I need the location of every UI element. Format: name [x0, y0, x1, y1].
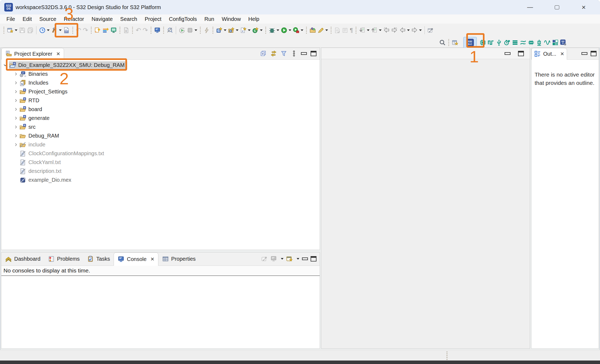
tree-item-description.txt[interactable]: description.txt [1, 167, 320, 176]
maximize-panel-icon[interactable] [311, 256, 316, 261]
clocks-tool-button[interactable] [503, 37, 511, 48]
highlighter-button[interactable] [317, 25, 329, 36]
new-chart-button[interactable] [102, 25, 110, 36]
tree-item-Project_Settings[interactable]: CProject_Settings [1, 87, 320, 96]
close-icon[interactable]: × [151, 256, 154, 262]
tab-outline[interactable]: Out... × [531, 48, 567, 60]
debug-button[interactable] [268, 25, 280, 36]
chevron-right-icon[interactable] [12, 71, 20, 77]
chevron-right-icon[interactable] [12, 124, 20, 130]
chevron-right-icon[interactable] [12, 133, 20, 139]
ivt-tool-button[interactable] [551, 37, 559, 48]
chevron-right-icon[interactable] [12, 115, 20, 122]
tab-problems[interactable]: Problems [44, 252, 83, 266]
close-icon[interactable]: × [560, 51, 564, 56]
filter-icon[interactable] [281, 50, 287, 57]
tree-item-board[interactable]: Cboard [1, 105, 320, 114]
open-console-icon[interactable] [286, 256, 293, 262]
tree-item-generate[interactable]: Cgenerate [1, 114, 320, 123]
open-element-button[interactable] [309, 25, 317, 36]
undo-nav-button[interactable]: ↶ [135, 25, 142, 36]
next-annotation-button[interactable] [358, 25, 370, 36]
maximize-panel-icon[interactable] [518, 51, 524, 56]
new-table-button[interactable] [94, 25, 102, 36]
redo-nav-button[interactable]: ↷ [142, 25, 149, 36]
new-class-button[interactable]: C [251, 25, 263, 36]
previous-annotation-button[interactable] [370, 25, 382, 36]
remote-systems-button[interactable] [110, 25, 118, 36]
last-edit-location-button[interactable] [382, 25, 390, 36]
close-icon[interactable]: × [56, 51, 60, 56]
usb-tool-button[interactable] [495, 37, 503, 48]
menu-search[interactable]: Search [117, 14, 141, 24]
chevron-right-icon[interactable] [12, 80, 20, 86]
next-edit-location-button[interactable] [390, 25, 398, 36]
minimize-panel-icon[interactable] [505, 52, 510, 55]
c-file-button[interactable]: c [122, 25, 130, 36]
statusbar-drag-handle[interactable] [446, 351, 448, 360]
view-menu-icon[interactable] [291, 50, 297, 57]
tree-item-ClockYaml.txt[interactable]: ClockYaml.txt [1, 158, 320, 167]
mark-occurrences-button[interactable] [166, 25, 174, 36]
link-with-editor-icon[interactable] [270, 50, 277, 57]
dropdown-caret[interactable] [281, 258, 284, 260]
menu-run[interactable]: Run [201, 14, 218, 24]
s32-config-tool-button[interactable]: S32D [559, 37, 567, 48]
tree-item-example_Dio.mex[interactable]: example_Dio.mex [1, 176, 320, 184]
show-in-doc-button[interactable] [341, 25, 349, 36]
chevron-right-icon[interactable] [12, 106, 20, 113]
forward-button[interactable] [411, 25, 423, 36]
tab-project-explorer[interactable]: Project Explorer × [1, 48, 64, 60]
dcd-tool-button[interactable] [519, 37, 527, 48]
tree-item-Binaries[interactable]: 011Binaries [1, 70, 320, 78]
run-button[interactable] [280, 25, 292, 36]
save-all-button[interactable] [26, 25, 34, 36]
tree-item-Debug_RAM[interactable]: Debug_RAM [1, 131, 320, 140]
ddr-tool-button[interactable]: DDR [527, 37, 535, 48]
tab-console[interactable]: Console× [114, 252, 158, 266]
minimize-button[interactable]: — [524, 2, 536, 13]
dropdown-caret[interactable] [297, 258, 299, 260]
tree-item-ClockConfigurationMappings.txt[interactable]: ClockConfigurationMappings.txt [1, 149, 320, 158]
chevron-right-icon[interactable] [12, 97, 20, 104]
tree-item-include[interactable]: include [1, 140, 320, 149]
search-button[interactable] [438, 37, 446, 48]
new-c-file-button[interactable]: c [239, 25, 251, 36]
menu-window[interactable]: Window [218, 14, 244, 24]
menu-file[interactable]: File [3, 14, 19, 24]
s32-update-button[interactable] [38, 25, 50, 36]
open-console-toolbar-button[interactable] [153, 25, 161, 36]
efuse-tool-button[interactable] [535, 37, 543, 48]
menu-edit[interactable]: Edit [19, 14, 35, 24]
new-wizard-button[interactable] [6, 25, 18, 36]
pin-editor-button[interactable] [427, 25, 435, 36]
menu-help[interactable]: Help [245, 14, 263, 24]
redo-button[interactable]: ↷ [82, 25, 89, 36]
tree-item-Includes[interactable]: hIncludes [1, 78, 320, 87]
signal-tool-button[interactable] [543, 37, 551, 48]
memory-tool-button[interactable] [511, 37, 519, 48]
collapse-all-icon[interactable] [260, 50, 267, 57]
menu-source[interactable]: Source [36, 14, 60, 24]
tab-dashboard[interactable]: Dashboard [1, 252, 44, 266]
tab-tasks[interactable]: Tasks [83, 252, 114, 266]
menu-configtools[interactable]: ConfigTools [165, 14, 201, 24]
pin-console-icon[interactable] [261, 256, 268, 262]
menu-navigate[interactable]: Navigate [88, 14, 117, 24]
close-button[interactable]: × [577, 2, 590, 13]
tree-item-src[interactable]: Csrc [1, 123, 320, 131]
back-button[interactable] [398, 25, 411, 36]
minimize-panel-icon[interactable] [302, 257, 308, 260]
save-button[interactable] [18, 25, 26, 36]
minimize-panel-icon[interactable] [582, 52, 587, 55]
maximize-button[interactable] [551, 2, 563, 13]
new-c-project-button[interactable]: C [215, 25, 227, 36]
profile-button[interactable] [292, 25, 304, 36]
minimize-panel-icon[interactable] [301, 52, 307, 55]
tree-item-RTD[interactable]: CRTD [1, 96, 320, 105]
open-perspective-button[interactable] [451, 37, 459, 48]
pilcrow-button[interactable]: ¶ [349, 25, 354, 36]
flash-button[interactable] [203, 25, 211, 36]
chevron-right-icon[interactable] [12, 142, 20, 148]
pins-tool-button[interactable] [487, 37, 495, 48]
